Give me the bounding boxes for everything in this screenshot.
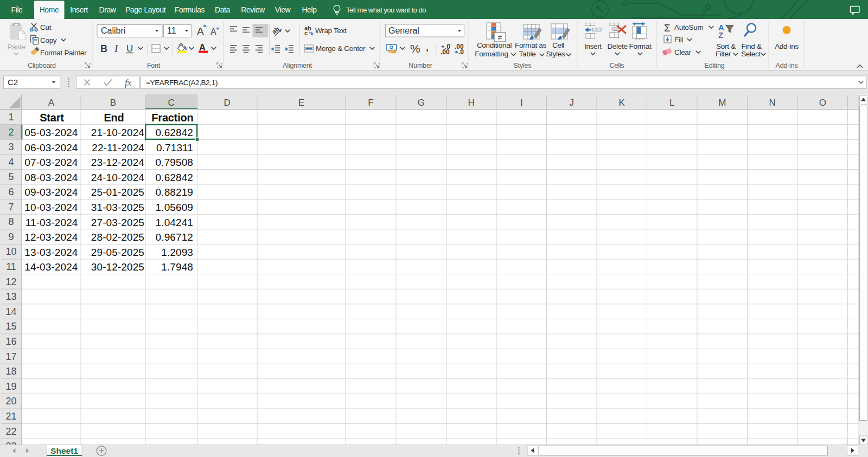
svg-text:28-02-2025: 28-02-2025 (91, 231, 144, 243)
svg-text:07-03-2024: 07-03-2024 (24, 157, 78, 168)
svg-text:Fill: Fill (674, 36, 683, 44)
svg-text:Formulas: Formulas (175, 5, 205, 14)
svg-text:.00: .00 (441, 48, 450, 56)
svg-text:N: N (769, 98, 776, 108)
svg-text:Styles: Styles (514, 62, 532, 69)
svg-text:Delete: Delete (607, 42, 627, 50)
svg-text:E: E (298, 98, 304, 108)
svg-text:fx: fx (125, 78, 132, 88)
svg-text:B: B (110, 98, 116, 108)
svg-text:10-03-2024: 10-03-2024 (24, 202, 78, 213)
svg-text:I: I (520, 98, 523, 108)
svg-text:Find &: Find & (741, 42, 762, 50)
svg-text:Tell me what you want to do: Tell me what you want to do (346, 6, 426, 14)
svg-text:≠: ≠ (498, 33, 502, 42)
svg-text:Start: Start (40, 112, 64, 124)
svg-text:Styles: Styles (546, 50, 566, 58)
svg-text:Filter: Filter (716, 50, 731, 58)
svg-text:Cell: Cell (552, 41, 564, 49)
svg-text:End: End (104, 112, 124, 124)
svg-text:23-12-2024: 23-12-2024 (91, 157, 145, 168)
svg-text:Σ: Σ (664, 22, 671, 34)
svg-text:C2: C2 (8, 78, 18, 87)
svg-text:Cut: Cut (40, 23, 52, 31)
svg-text:06-03-2024: 06-03-2024 (24, 142, 78, 153)
svg-text:Merge & Center: Merge & Center (316, 44, 366, 53)
svg-text:25-01-2025: 25-01-2025 (91, 186, 144, 198)
svg-text:Editing: Editing (705, 62, 725, 69)
svg-text:Review: Review (241, 5, 265, 14)
svg-text:=YEARFRAC(A2,B2,1): =YEARFRAC(A2,B2,1) (146, 79, 218, 87)
svg-text:Add-ins: Add-ins (775, 42, 799, 50)
svg-text:15: 15 (5, 321, 16, 332)
svg-text:Draw: Draw (99, 5, 116, 14)
svg-text:4: 4 (8, 157, 14, 168)
svg-text:Sort &: Sort & (716, 42, 736, 50)
svg-text:Format Painter: Format Painter (40, 49, 87, 57)
svg-text:Help: Help (302, 5, 317, 14)
svg-text:Data: Data (215, 5, 231, 14)
svg-text:Copy: Copy (40, 36, 57, 44)
svg-text:Page Layout: Page Layout (125, 5, 166, 14)
svg-text:C: C (168, 98, 175, 108)
svg-text:0.88219: 0.88219 (156, 186, 193, 198)
svg-text:General: General (388, 26, 419, 35)
svg-text:05-03-2024: 05-03-2024 (24, 127, 78, 138)
svg-text:0.62842: 0.62842 (156, 172, 193, 183)
svg-text:K: K (619, 98, 626, 108)
svg-text:AutoSum: AutoSum (674, 23, 703, 31)
svg-text:0.79508: 0.79508 (156, 157, 193, 168)
svg-text:1.05609: 1.05609 (156, 202, 193, 213)
svg-text:21-10-2024: 21-10-2024 (91, 127, 145, 138)
svg-text:.0: .0 (458, 48, 464, 56)
svg-text:A: A (48, 98, 55, 108)
svg-text:%: % (410, 42, 420, 55)
svg-text:Clipboard: Clipboard (28, 62, 56, 69)
svg-text:Z: Z (718, 30, 723, 40)
svg-text:8: 8 (8, 216, 14, 227)
svg-text:2: 2 (8, 127, 14, 138)
svg-text:Formatting: Formatting (475, 50, 508, 58)
svg-text:Insert: Insert (584, 42, 602, 50)
svg-text:9: 9 (8, 231, 14, 242)
svg-text:13: 13 (5, 291, 16, 302)
svg-text:09-03-2024: 09-03-2024 (24, 186, 78, 198)
svg-text:0.62842: 0.62842 (156, 127, 193, 138)
svg-text:J: J (570, 98, 575, 108)
svg-text:File: File (11, 5, 23, 14)
svg-text:Add-ins: Add-ins (776, 62, 798, 69)
svg-text:22: 22 (5, 426, 16, 437)
svg-text:20: 20 (5, 396, 16, 407)
svg-text:Wrap Text: Wrap Text (315, 27, 347, 35)
svg-text:Insert: Insert (70, 5, 88, 14)
svg-text:1.04241: 1.04241 (156, 217, 193, 228)
svg-text:1.7948: 1.7948 (161, 261, 193, 273)
svg-text:A: A (210, 27, 216, 36)
svg-text:M: M (718, 98, 726, 108)
svg-text:1.2093: 1.2093 (161, 247, 193, 258)
svg-text:,: , (425, 38, 429, 53)
svg-text:19: 19 (5, 381, 16, 392)
svg-text:Alignment: Alignment (283, 62, 312, 69)
svg-text:29-05-2025: 29-05-2025 (91, 247, 144, 258)
svg-text:24-10-2024: 24-10-2024 (91, 172, 145, 183)
svg-text:11: 11 (6, 261, 16, 272)
svg-text:O: O (819, 98, 826, 108)
svg-text:A: A (197, 25, 204, 37)
svg-text:Home: Home (40, 5, 59, 14)
svg-text:H: H (468, 98, 475, 108)
svg-text:31-03-2025: 31-03-2025 (91, 202, 144, 213)
svg-text:Sheet1: Sheet1 (50, 446, 78, 455)
svg-text:08-03-2024: 08-03-2024 (24, 172, 78, 183)
svg-text:Font: Font (147, 62, 161, 69)
svg-text:14-03-2024: 14-03-2024 (24, 261, 78, 273)
svg-text:Cells: Cells (610, 62, 624, 69)
svg-text:Table: Table (519, 50, 536, 58)
svg-text:12: 12 (5, 276, 16, 287)
svg-text:Clear: Clear (674, 48, 692, 56)
svg-text:5: 5 (8, 171, 14, 182)
svg-text:13-03-2024: 13-03-2024 (24, 247, 78, 258)
svg-text:11: 11 (167, 26, 176, 35)
svg-text:Format: Format (629, 42, 652, 50)
svg-text:22-11-2024: 22-11-2024 (92, 142, 144, 153)
